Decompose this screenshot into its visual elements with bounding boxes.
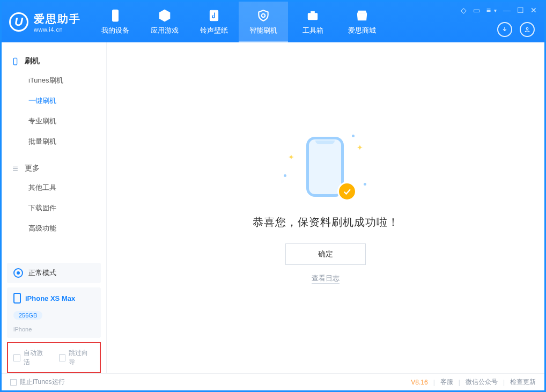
- checkbox-label: 阻止iTunes运行: [20, 378, 65, 387]
- device-storage-badge: 256GB: [13, 311, 42, 320]
- top-tabs: 我的设备 应用游戏 铃声壁纸 智能刷机 工具箱 爱思商城: [91, 2, 387, 42]
- statusbar: 阻止iTunes运行 V8.16 | 客服 | 微信公众号 | 检查更新: [2, 373, 544, 390]
- link-check-update[interactable]: 检查更新: [510, 378, 536, 387]
- tab-toolbox[interactable]: 工具箱: [288, 2, 337, 42]
- phone-outline-icon: [11, 57, 19, 65]
- window-controls: ◇ ▭ ≡▾ — ☐ ✕: [461, 6, 537, 14]
- dot-icon: [352, 135, 355, 137]
- svg-rect-0: [113, 10, 119, 21]
- user-icon[interactable]: [520, 22, 535, 37]
- tab-ringtone-wallpaper[interactable]: 铃声壁纸: [189, 2, 239, 42]
- main-panel: ✦ ✦ 恭喜您，保资料刷机成功啦！ 确定 查看日志: [107, 42, 544, 373]
- link-customer-service[interactable]: 客服: [440, 378, 453, 387]
- titlebar-actions: [497, 22, 535, 37]
- titlebar: U 爱思助手 www.i4.cn 我的设备 应用游戏 铃声壁纸 智能刷机: [2, 2, 544, 42]
- menu-icon[interactable]: ≡: [486, 6, 491, 14]
- tab-label: 爱思商城: [348, 26, 376, 35]
- download-icon[interactable]: [497, 22, 512, 37]
- mode-label: 正常模式: [28, 268, 56, 278]
- dot-icon: [284, 174, 286, 177]
- checkbox-label: 自动激活: [24, 349, 49, 367]
- sidebar: 刷机 iTunes刷机 一键刷机 专业刷机 批量刷机 更多 其他工具 下载固件 …: [2, 42, 107, 373]
- checkbox-icon: [59, 354, 66, 361]
- tab-label: 应用游戏: [151, 26, 179, 35]
- tab-label: 铃声壁纸: [200, 26, 228, 35]
- list-icon: [11, 165, 19, 173]
- logo: U 爱思助手 www.i4.cn: [2, 2, 91, 42]
- sparkle-icon: ✦: [357, 143, 363, 152]
- phone-icon: [108, 9, 122, 23]
- svg-point-4: [526, 28, 528, 30]
- tab-label: 工具箱: [302, 26, 323, 35]
- close-button[interactable]: ✕: [530, 6, 537, 14]
- sidebar-item-batch-flash[interactable]: 批量刷机: [2, 131, 106, 152]
- panel-icon[interactable]: ▭: [473, 6, 480, 14]
- tab-label: 我的设备: [101, 26, 129, 35]
- sidebar-item-advanced[interactable]: 高级功能: [2, 218, 106, 239]
- device-card[interactable]: iPhone XS Max 256GB iPhone: [7, 287, 101, 338]
- refresh-shield-icon: [256, 9, 270, 23]
- tab-smart-flash[interactable]: 智能刷机: [239, 2, 288, 42]
- sidebar-item-pro-flash[interactable]: 专业刷机: [2, 111, 106, 131]
- success-illustration: ✦ ✦: [293, 132, 358, 202]
- device-phone-icon: [13, 293, 21, 304]
- tab-label: 智能刷机: [249, 26, 277, 35]
- music-note-icon: [207, 9, 221, 23]
- app-subtitle: www.i4.cn: [34, 26, 81, 33]
- tab-my-device[interactable]: 我的设备: [91, 2, 140, 42]
- sparkle-icon: ✦: [288, 153, 294, 161]
- app-title: 爱思助手: [34, 12, 81, 26]
- device-type: iPhone: [13, 326, 32, 332]
- sidebar-item-download-fw[interactable]: 下载固件: [2, 198, 106, 218]
- dot-icon: [364, 183, 366, 186]
- checkbox-icon: [10, 379, 17, 386]
- checkbox-block-itunes[interactable]: 阻止iTunes运行: [10, 378, 65, 387]
- version-label: V8.16: [411, 379, 427, 386]
- success-message: 恭喜您，保资料刷机成功啦！: [253, 215, 399, 230]
- group-title: 更多: [25, 164, 40, 173]
- maximize-button[interactable]: ☐: [517, 6, 524, 14]
- svg-rect-5: [13, 58, 17, 65]
- sidebar-item-other-tools[interactable]: 其他工具: [2, 177, 106, 198]
- sidebar-group-flash: 刷机: [2, 52, 106, 70]
- tab-apps-games[interactable]: 应用游戏: [140, 2, 189, 42]
- sidebar-group-more: 更多: [2, 159, 106, 177]
- briefcase-icon: [306, 9, 320, 23]
- checkbox-icon: [13, 354, 20, 361]
- checkmark-badge-icon: [337, 182, 357, 201]
- minimize-button[interactable]: —: [503, 6, 511, 14]
- confirm-button[interactable]: 确定: [285, 243, 366, 265]
- logo-mark: U: [9, 12, 28, 32]
- tshirt-icon[interactable]: ◇: [461, 6, 467, 14]
- app-window: U 爱思助手 www.i4.cn 我的设备 应用游戏 铃声壁纸 智能刷机: [0, 0, 546, 392]
- svg-rect-1: [210, 10, 218, 21]
- sidebar-item-itunes-flash[interactable]: iTunes刷机: [2, 70, 106, 91]
- view-log-link[interactable]: 查看日志: [312, 273, 340, 284]
- tab-store[interactable]: 爱思商城: [337, 2, 387, 42]
- flash-options-highlighted: 自动激活 跳过向导: [7, 342, 101, 373]
- device-name: iPhone XS Max: [25, 294, 75, 302]
- shop-icon: [355, 9, 369, 23]
- checkbox-label: 跳过向导: [69, 349, 94, 367]
- group-title: 刷机: [25, 56, 40, 66]
- sidebar-item-oneclick-flash[interactable]: 一键刷机: [2, 91, 106, 111]
- mode-card[interactable]: 正常模式: [7, 263, 101, 283]
- checkbox-skip-guide[interactable]: 跳过向导: [59, 349, 95, 367]
- cube-icon: [158, 9, 172, 23]
- svg-rect-2: [308, 13, 317, 20]
- checkbox-auto-activate[interactable]: 自动激活: [13, 349, 49, 367]
- link-wechat[interactable]: 微信公众号: [466, 378, 498, 387]
- mode-icon: [13, 268, 23, 278]
- svg-rect-3: [311, 11, 315, 13]
